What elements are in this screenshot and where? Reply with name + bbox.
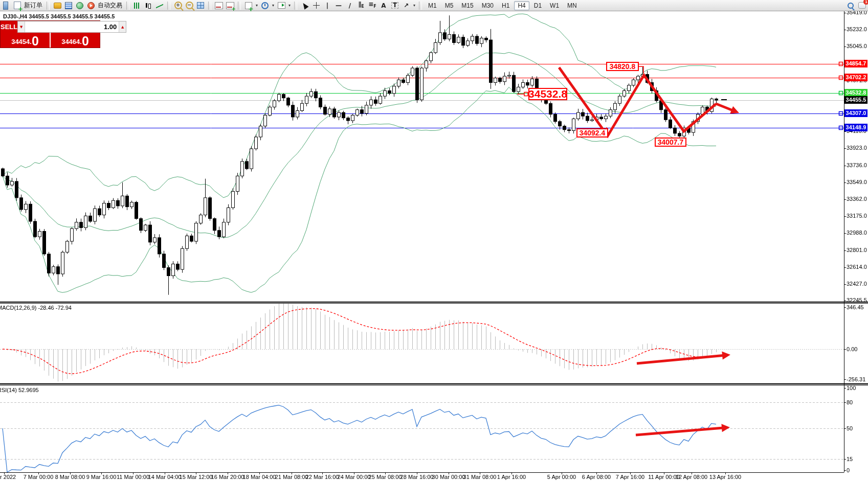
time-axis-label: 11 Mar 00:00: [117, 474, 149, 480]
toolbar-button[interactable]: −: [184, 1, 194, 10]
annotation-price-label[interactable]: 34007.7: [655, 138, 686, 147]
tile-windows-icon: [197, 2, 204, 9]
toolbar-button[interactable]: —: [333, 1, 344, 10]
price-tick-label: 32245.5: [847, 297, 867, 303]
buy-button[interactable]: BUY: [126, 21, 140, 33]
toolbar-button[interactable]: [52, 1, 62, 10]
equidistant-channel-tool-icon-sub: E: [361, 4, 364, 9]
timeframe-button-h1[interactable]: H1: [498, 1, 513, 10]
time-axis-label: 22 Mar 16:00: [306, 474, 339, 480]
toolbar-button[interactable]: ∥E: [356, 1, 366, 10]
sell-price[interactable]: 34454.0: [1, 33, 50, 48]
toolbar-button[interactable]: [311, 1, 321, 10]
toolbar-button[interactable]: [195, 1, 206, 10]
price-tick-label: 33923.0: [847, 145, 867, 151]
toolbar-separator: [47, 2, 50, 10]
time-axis-label: 13 Apr 16:00: [709, 474, 741, 480]
timeframe-button-mn[interactable]: MN: [564, 1, 581, 10]
market-watch-icon: [65, 2, 72, 9]
volume-decrease-button[interactable]: ▼: [18, 21, 25, 32]
profiles-icon: [54, 3, 61, 9]
mt5-trading-platform: 新订单自动交易+−▾▾▾|—/∥E≡FAT↗▾M1M5M15M30H1H4D1W…: [0, 0, 868, 481]
time-axis-label: 25 Mar 08:00: [369, 474, 402, 480]
price-tick-label: 33549.0: [847, 179, 867, 185]
toolbar-button[interactable]: [154, 1, 165, 10]
toolbar-button[interactable]: A: [379, 1, 389, 10]
toolbar-button[interactable]: [143, 1, 153, 10]
toolbar-button[interactable]: T: [390, 1, 400, 10]
macd-scale-label: 0.00: [847, 346, 857, 352]
rsi-scale-label: 0: [847, 467, 850, 473]
volume-increase-button[interactable]: ▲: [119, 21, 126, 32]
chart-canvas[interactable]: [0, 0, 868, 481]
price-tag: 34854.7: [844, 60, 867, 67]
toolbar-button[interactable]: [243, 1, 254, 10]
rsi-scale-label: 50: [847, 425, 853, 431]
buy-price[interactable]: 34464.0: [51, 33, 100, 48]
dropdown-caret-icon[interactable]: ▾: [271, 3, 275, 8]
timeframe-button-h4[interactable]: H4: [514, 1, 529, 10]
indicator-list-icon: [215, 2, 223, 9]
time-axis-label: 15 Mar 12:00: [180, 474, 213, 480]
price-tick-label: 33362.0: [847, 196, 867, 202]
text-tool-icon: A: [381, 2, 386, 10]
dropdown-caret-icon[interactable]: ▾: [255, 3, 259, 8]
toolbar-button[interactable]: [75, 1, 85, 10]
annotation-price-label[interactable]: 34820.8: [606, 62, 639, 71]
toolbar-button[interactable]: [260, 1, 270, 10]
indicator-window-icon: [226, 2, 234, 9]
timeframe-button-d1[interactable]: D1: [530, 1, 545, 10]
toolbar-button[interactable]: ≡F: [367, 1, 377, 10]
time-axis-label: 30 Mar 00:00: [432, 474, 465, 480]
crosshair-tool-icon: [313, 2, 320, 9]
toolbar-button[interactable]: [1, 1, 11, 10]
toolbar-button[interactable]: ↗: [401, 1, 411, 10]
rsi-scale-label: 80: [847, 399, 853, 405]
timeframe-button-m5[interactable]: M5: [441, 1, 457, 10]
timeframe-button-m30[interactable]: M30: [478, 1, 497, 10]
toolbar-separator: [167, 2, 170, 10]
new-order-icon: [14, 2, 21, 9]
price-tick-label: 32427.0: [847, 281, 867, 287]
price-tick-label: 33736.0: [847, 162, 867, 168]
toolbar-button[interactable]: [225, 1, 235, 10]
time-axis-label: 31 Mar 08:00: [463, 474, 497, 480]
time-axis-label: 1 Apr 16:00: [497, 474, 526, 480]
toolbar-button[interactable]: /: [345, 1, 355, 10]
chart-ohlc-info: DJ30-,H4 34455.5 34455.5 34455.5 34455.5: [3, 13, 115, 19]
dropdown-caret-icon[interactable]: ▾: [412, 3, 416, 8]
price-tick-label: 32801.0: [847, 247, 867, 253]
annotation-price-label[interactable]: 34092.4: [576, 128, 608, 138]
fibonacci-tool-icon: ≡F: [368, 0, 376, 11]
time-axis-label: 18 Mar 04:00: [243, 474, 276, 480]
toolbar-button[interactable]: [12, 1, 23, 10]
toolbar-button[interactable]: 1: [857, 1, 867, 10]
toolbar-button[interactable]: [300, 1, 310, 10]
toolbar-button[interactable]: [214, 1, 224, 10]
toolbar-button[interactable]: [845, 1, 856, 10]
toolbar-button[interactable]: [276, 1, 286, 10]
rsi-indicator-label: RSI(14) 52.9695: [0, 387, 39, 393]
time-axis-label: 14 Mar 04:00: [148, 474, 182, 480]
sell-button[interactable]: SELL: [1, 21, 17, 33]
timeframe-button-w1[interactable]: W1: [546, 1, 563, 10]
timeframe-button-m15[interactable]: M15: [458, 1, 477, 10]
price-tick-label: 35232.0: [847, 26, 867, 32]
toolbar-button[interactable]: [86, 1, 96, 10]
period-clock-icon: [261, 2, 269, 9]
timeframe-button-m1[interactable]: M1: [425, 1, 440, 10]
macd-scale-label: -256.31: [847, 376, 865, 382]
toolbar-button[interactable]: [132, 1, 142, 10]
toolbar-button[interactable]: |: [322, 1, 332, 10]
volume-input[interactable]: [25, 21, 119, 32]
clipped-window-icon: [3, 2, 8, 10]
time-axis-label: 28 Mar 16:00: [400, 474, 434, 480]
time-axis-label: 21 Mar 08:00: [275, 474, 308, 480]
annotation-price-label[interactable]: 34532.8: [528, 88, 567, 100]
dropdown-caret-icon[interactable]: ▾: [287, 3, 292, 8]
toolbar-button[interactable]: [63, 1, 74, 10]
toolbar-button[interactable]: +: [173, 1, 183, 10]
zoom-out-icon: −: [186, 2, 193, 9]
time-axis-label: 9 Mar 16:00: [86, 474, 117, 480]
toolbar-separator: [238, 2, 241, 10]
